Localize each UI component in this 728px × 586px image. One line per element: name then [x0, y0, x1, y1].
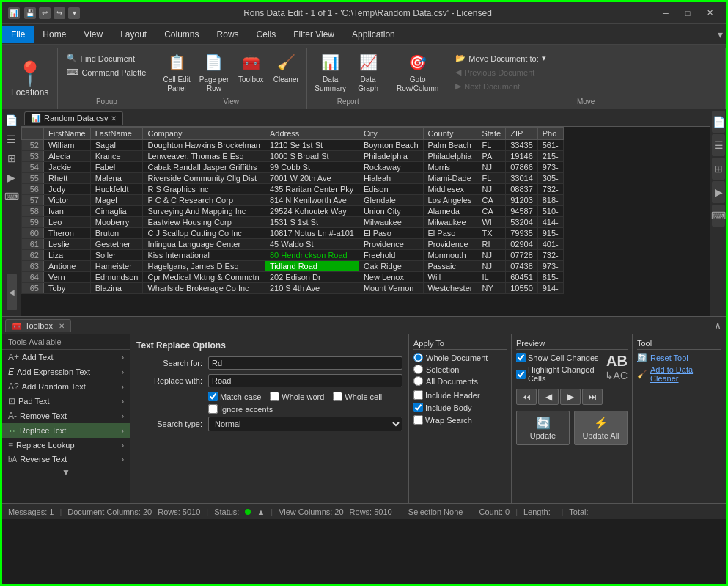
command-palette-button[interactable]: ⌨ Command Palette [62, 66, 150, 78]
table-cell[interactable]: R S Graphics Inc [143, 184, 265, 195]
menu-home[interactable]: Home [34, 26, 75, 43]
table-cell[interactable]: Hagelgans, James D Esq [143, 261, 265, 272]
table-cell[interactable]: Hameister [90, 261, 143, 272]
table-cell[interactable]: 53204 [506, 217, 538, 228]
table-cell[interactable]: Huckfeldt [90, 184, 143, 195]
whole-document-radio[interactable]: Whole Document [413, 353, 507, 362]
table-cell[interactable]: 94587 [506, 206, 538, 217]
table-cell[interactable]: Leo [44, 217, 91, 228]
locations-button[interactable]: 📍 Locations [7, 58, 53, 99]
menu-file[interactable]: File [2, 26, 34, 43]
nav-last-button[interactable]: ⏭ [582, 389, 603, 405]
table-cell[interactable]: TX [477, 228, 506, 239]
table-cell[interactable]: 07438 [506, 261, 538, 272]
match-case-check[interactable]: Match case [208, 392, 261, 401]
sidebar-btn-3[interactable]: ⊞ [4, 150, 20, 166]
table-cell[interactable]: Cabak Randall Jasper Griffiths [143, 162, 265, 173]
table-cell[interactable]: Cpr Medical Mktng & Commctn [143, 272, 265, 283]
table-cell[interactable]: Glendale [359, 195, 423, 206]
show-cell-changes-check[interactable]: Show Cell Changes [516, 353, 605, 362]
table-cell[interactable]: FL [477, 140, 506, 151]
table-cell[interactable]: WI [477, 217, 506, 228]
table-cell[interactable]: Edison [359, 184, 423, 195]
right-btn-2[interactable]: ☰ [712, 134, 725, 156]
table-cell[interactable]: Westchester [423, 283, 477, 294]
table-cell[interactable]: Sagal [90, 140, 143, 151]
menu-view[interactable]: View [75, 26, 111, 43]
col-header-address[interactable]: Address [265, 128, 359, 140]
table-cell[interactable]: 814 N Kenilworth Ave [265, 195, 359, 206]
table-cell[interactable]: P C & C Research Corp [143, 195, 265, 206]
tool-replace-lookup[interactable]: ≡ Replace Lookup › [2, 438, 130, 453]
table-cell[interactable]: 815- [537, 272, 563, 283]
table-cell[interactable]: 07728 [506, 250, 538, 261]
table-cell[interactable]: 215- [537, 151, 563, 162]
table-cell[interactable]: Toby [44, 283, 91, 294]
toolbox-tab[interactable]: 🧰 Toolbox ✕ [5, 319, 71, 332]
nav-next-button[interactable]: ▶ [560, 389, 581, 405]
previous-document-button[interactable]: ◀ Previous Document [451, 66, 539, 78]
whole-word-check[interactable]: Whole word [270, 392, 324, 401]
table-row[interactable]: 56JodyHuckfeldtR S Graphics Inc435 Rarit… [22, 184, 564, 195]
right-btn-4[interactable]: ▶ [712, 181, 725, 203]
table-cell[interactable]: Cimaglia [90, 206, 143, 217]
table-cell[interactable]: El Paso [359, 228, 423, 239]
table-cell[interactable]: IL [477, 272, 506, 283]
table-cell[interactable]: NJ [477, 261, 506, 272]
table-cell[interactable]: Leslie [44, 239, 91, 250]
table-cell[interactable]: Surveying And Mapping Inc [143, 206, 265, 217]
table-cell[interactable]: 08837 [506, 184, 538, 195]
sidebar-btn-2[interactable]: ☰ [4, 131, 20, 147]
menu-application[interactable]: Application [343, 26, 404, 43]
tools-scroll-down[interactable]: ▼ [62, 467, 70, 477]
selection-radio[interactable]: Selection [413, 365, 507, 374]
table-cell[interactable]: 10817 Notus Ln #-a101 [265, 228, 359, 239]
table-row[interactable]: 58IvanCimagliaSurveying And Mapping Inc2… [22, 206, 564, 217]
cell-edit-panel-button[interactable]: 📋 Cell EditPanel [160, 49, 193, 95]
table-cell[interactable]: 973- [537, 162, 563, 173]
col-header-county[interactable]: County [423, 128, 477, 140]
table-cell[interactable]: Jody [44, 184, 91, 195]
table-cell[interactable]: Milwaukee [423, 217, 477, 228]
table-cell[interactable]: Krance [90, 151, 143, 162]
table-cell[interactable]: Hialeah [359, 173, 423, 184]
col-header-city[interactable]: City [359, 128, 423, 140]
table-cell[interactable]: New Lenox [359, 272, 423, 283]
table-cell[interactable]: 45 Waldo St [265, 239, 359, 250]
maximize-button[interactable]: □ [677, 6, 698, 21]
table-cell[interactable]: 19146 [506, 151, 538, 162]
ribbon-collapse[interactable]: ▾ [718, 29, 726, 40]
table-cell[interactable]: 732- [537, 250, 563, 261]
table-cell[interactable]: 91203 [506, 195, 538, 206]
next-document-button[interactable]: ▶ Next Document [451, 80, 524, 92]
table-row[interactable]: 64VernEdmundsonCpr Medical Mktng & Commc… [22, 272, 564, 283]
table-cell[interactable]: Jackie [44, 162, 91, 173]
nav-first-button[interactable]: ⏮ [516, 389, 537, 405]
col-header-company[interactable]: Company [143, 128, 265, 140]
table-cell[interactable]: NJ [477, 162, 506, 173]
table-cell[interactable]: 99 Cobb St [265, 162, 359, 173]
col-header-phone[interactable]: Pho [537, 128, 563, 140]
table-cell[interactable]: Gestether [90, 239, 143, 250]
table-cell[interactable]: 401- [537, 239, 563, 250]
find-document-button[interactable]: 🔍 Find Document [62, 52, 139, 65]
table-cell[interactable]: 210 S 4th Ave [265, 283, 359, 294]
sidebar-btn-5[interactable]: ⌨ [4, 188, 20, 205]
table-cell[interactable]: Lenweaver, Thomas E Esq [143, 151, 265, 162]
table-cell[interactable]: Passaic [423, 261, 477, 272]
table-cell[interactable]: Soller [90, 250, 143, 261]
toolbox-button[interactable]: 🧰 Toolbox [235, 49, 267, 86]
table-cell[interactable]: C J Scallop Cutting Co Inc [143, 228, 265, 239]
table-cell[interactable]: 561- [537, 140, 563, 151]
table-cell[interactable]: Magel [90, 195, 143, 206]
tool-reverse-text[interactable]: bA Reverse Text › [2, 453, 130, 466]
table-cell[interactable]: 79935 [506, 228, 538, 239]
table-row[interactable]: 59LeoMooberryEastview Housing Corp1531 S… [22, 217, 564, 228]
table-row[interactable]: 53AleciaKranceLenweaver, Thomas E Esq100… [22, 151, 564, 162]
table-cell[interactable]: Bruton [90, 228, 143, 239]
table-cell[interactable]: 02904 [506, 239, 538, 250]
update-button[interactable]: 🔄 Update [516, 411, 570, 445]
table-cell[interactable]: NJ [477, 184, 506, 195]
table-row[interactable]: 52WilliamSagalDoughton Hawkins Brockelma… [22, 140, 564, 151]
table-cell[interactable]: CA [477, 195, 506, 206]
